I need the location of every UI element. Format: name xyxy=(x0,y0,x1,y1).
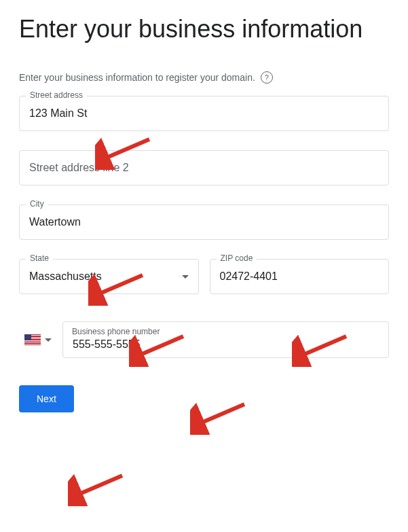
street-address-field: Street address xyxy=(19,96,389,131)
chevron-down-icon xyxy=(45,338,52,342)
help-icon[interactable]: ? xyxy=(261,71,273,84)
us-flag-icon xyxy=(24,334,41,345)
street-address-2-input[interactable] xyxy=(19,150,389,185)
street-address-2-field xyxy=(19,150,389,185)
phone-label: Business phone number xyxy=(72,327,160,336)
street-address-label: Street address xyxy=(26,90,87,100)
city-label: City xyxy=(26,199,48,209)
zip-field: ZIP code xyxy=(210,259,390,294)
chevron-down-icon xyxy=(182,275,189,279)
city-field: City xyxy=(19,205,389,240)
state-select[interactable]: Massachusetts xyxy=(19,259,199,294)
zip-label: ZIP code xyxy=(217,253,257,263)
phone-row: Business phone number xyxy=(19,321,389,358)
state-field: State Massachusetts xyxy=(19,259,199,294)
country-selector[interactable] xyxy=(19,334,52,345)
annotation-arrow-icon xyxy=(68,472,129,506)
state-label: State xyxy=(26,253,53,263)
phone-field: Business phone number xyxy=(62,321,389,358)
next-button[interactable]: Next xyxy=(19,385,74,412)
annotation-arrow-icon xyxy=(190,401,251,435)
state-zip-row: State Massachusetts ZIP code xyxy=(19,259,389,294)
zip-input[interactable] xyxy=(210,259,390,294)
page-title: Enter your business information xyxy=(19,14,389,44)
svg-line-5 xyxy=(197,404,244,425)
svg-line-6 xyxy=(75,476,122,496)
subtitle-row: Enter your business information to regis… xyxy=(19,71,389,84)
street-address-input[interactable] xyxy=(19,96,389,131)
state-value: Massachusetts xyxy=(29,270,102,283)
subtitle-text: Enter your business information to regis… xyxy=(19,72,255,83)
city-input[interactable] xyxy=(19,205,389,240)
